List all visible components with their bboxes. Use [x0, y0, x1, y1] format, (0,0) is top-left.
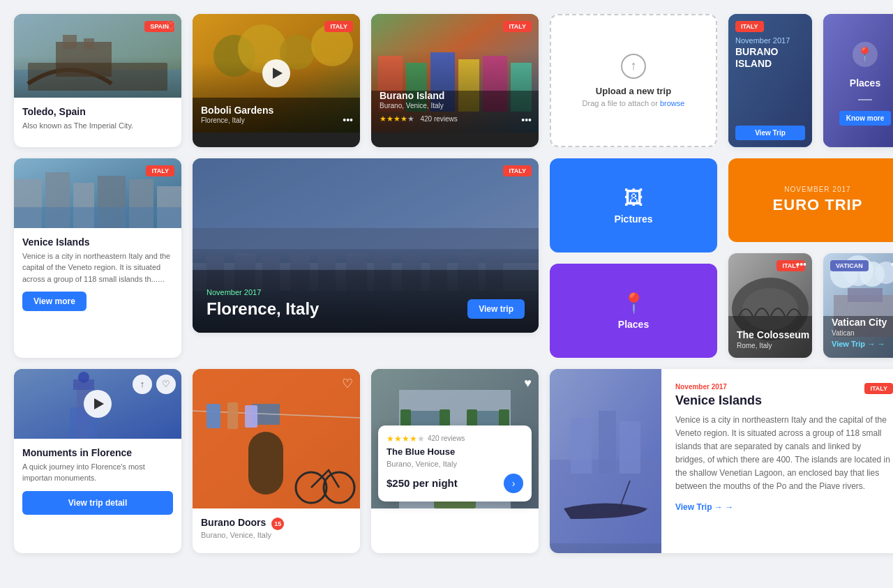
eurotrip-title: EURO TRIP	[773, 196, 863, 214]
card-pictures[interactable]: 🖼 Pictures	[550, 158, 717, 252]
venice-detail-title: Venice Islands	[675, 393, 762, 408]
svg-rect-56	[848, 288, 883, 302]
venice-detail-view-trip-link[interactable]: View Trip →	[675, 502, 733, 512]
toledo-image: SPAIN	[14, 14, 181, 98]
svg-rect-88	[620, 421, 640, 474]
upload-icon: ↑	[621, 54, 646, 79]
monuments-heart-icon[interactable]: ♡	[156, 375, 176, 394]
svg-rect-1	[14, 70, 181, 98]
monuments-icons-row: ↑ ♡	[133, 375, 176, 394]
venice-title: Venice Islands	[22, 236, 173, 248]
venice-view-more-btn[interactable]: View more	[22, 292, 87, 311]
places-icon: 📍	[622, 292, 646, 315]
monuments-body: Monuments in Florence A quick journey in…	[14, 439, 181, 523]
burano-reviews: 420 reviews	[420, 115, 457, 123]
vatican-location: Vatican	[832, 329, 887, 337]
places-know-more-btn[interactable]: Know more	[839, 111, 891, 126]
boboli-play-button[interactable]	[262, 59, 290, 87]
svg-rect-36	[290, 255, 310, 291]
burano-doors-location: Burano, Venice, Italy	[201, 531, 352, 539]
blue-house-heart-icon[interactable]: ♥	[524, 376, 532, 391]
toledo-desc: Also known as The Imperial City.	[22, 120, 173, 132]
svg-rect-41	[430, 256, 447, 291]
card-eurotrip: NOVEMBER 2017 EURO TRIP	[728, 158, 893, 242]
svg-point-6	[213, 35, 255, 77]
venice-detail-header: November 2017 Venice Islands ITALY	[675, 383, 893, 408]
venice-detail-text: November 2017 Venice Islands	[675, 383, 762, 408]
monuments-share-icon[interactable]: ↑	[133, 375, 152, 394]
toledo-heart-icon[interactable]: ♡	[166, 20, 176, 33]
burano-doors-image: ♡	[193, 369, 360, 508]
card-boboli: ITALY Boboli Gardens Florence, Italy •••	[193, 14, 360, 147]
monuments-play-button[interactable]	[84, 390, 112, 418]
svg-rect-15	[458, 59, 479, 112]
venice-body: Venice Islands Venice is a city in north…	[14, 228, 181, 320]
card-places[interactable]: 📍 Places	[550, 264, 717, 358]
card-monuments: ↑ ♡ Monuments in Florence A quick journe…	[14, 369, 181, 553]
florence-badge: ITALY	[503, 165, 532, 176]
card-burano-small: ITALY November 2017 BURANO ISLAND View T…	[728, 14, 812, 147]
burano-small-view-btn[interactable]: View Trip	[735, 126, 805, 140]
burano-location: Burano, Venice, Italy	[380, 102, 458, 110]
burano-overlay: Burano Island Burano, Venice, Italy ★★★★…	[380, 89, 458, 124]
burano-doors-heart-icon[interactable]: ♡	[342, 376, 353, 391]
svg-rect-39	[374, 256, 391, 291]
card-vatican: VATICAN ••• Vatican City Vatican View Tr…	[823, 253, 893, 358]
upload-card[interactable]: ↑ Upload a new trip Drag a file to attac…	[550, 14, 717, 147]
burano-doors-title: Burano Doors	[201, 517, 266, 528]
monuments-image: ↑ ♡	[14, 369, 181, 439]
boboli-title: Boboli Gardens	[201, 104, 273, 116]
boboli-location: Florence, Italy	[201, 116, 273, 124]
colosseum-location: Rome, Italy	[737, 342, 809, 349]
svg-rect-32	[193, 263, 539, 291]
upload-title: Upload a new trip	[596, 86, 671, 96]
svg-rect-69	[227, 402, 238, 429]
burano-menu-dots[interactable]: •••	[521, 114, 532, 126]
popup-arrow-btn[interactable]: ›	[504, 474, 523, 493]
popup-star-empty: ★	[417, 434, 425, 444]
colosseum-menu-dots[interactable]: •••	[796, 259, 806, 270]
boboli-badge: ITALY	[324, 21, 353, 32]
svg-rect-17	[511, 63, 532, 112]
venice-detail-date: November 2017	[675, 383, 762, 391]
colosseum-title: The Colosseum	[737, 329, 809, 341]
florence-view-trip-btn[interactable]: View trip	[467, 299, 525, 319]
blue-house-popup: ★★★★★ 420 reviews The Blue House Burano,…	[378, 425, 532, 502]
boboli-overlay: Boboli Gardens Florence, Italy	[201, 104, 273, 124]
colosseum-vatican-row: ITALY ••• The Colosseum Rome, Italy	[728, 253, 893, 358]
burano-title: Burano Island	[380, 89, 458, 102]
svg-rect-34	[234, 252, 255, 291]
florence-date: November 2017	[207, 288, 319, 296]
popup-title: The Blue House	[387, 446, 523, 457]
popup-reviews: 420 reviews	[428, 435, 465, 442]
places-small-content: 📍 Places Know more	[839, 21, 891, 140]
card-toledo: SPAIN Toledo, Spain Also known as The Im…	[14, 14, 181, 147]
popup-stars-row: ★★★★★ 420 reviews	[387, 434, 523, 444]
vatican-overlay: Vatican City Vatican View Trip →	[832, 316, 887, 349]
places-small-title: Places	[850, 77, 880, 89]
pictures-label: Pictures	[614, 213, 652, 225]
burano-small-date: November 2017	[735, 36, 805, 45]
svg-rect-33	[207, 256, 224, 291]
svg-rect-4	[84, 38, 94, 49]
svg-rect-35	[262, 256, 280, 291]
monuments-view-trip-btn[interactable]: View trip detail	[22, 491, 173, 515]
card-places-small: 📍 Places Know more	[823, 14, 893, 147]
svg-rect-42	[458, 252, 479, 291]
card-burano-island: ITALY Burano Island Burano, Venice, Ital…	[371, 14, 539, 147]
col56-row2: NOVEMBER 2017 EURO TRIP	[728, 158, 893, 358]
card-venice-islands: ITALY Venice Islands Venice is a city in…	[14, 158, 181, 358]
svg-rect-40	[402, 255, 421, 291]
monuments-desc: A quick journey into Florence's most imp…	[22, 461, 173, 484]
boboli-menu-dots[interactable]: •••	[343, 114, 353, 126]
card-blue-house: 209 ♥ ★★★★★ 420 reviews The Blue House B…	[371, 369, 539, 553]
card-florence: ITALY November 2017 Florence, Italy View…	[193, 158, 539, 333]
burano-small-badge: ITALY	[735, 21, 764, 32]
venice-detail-body: November 2017 Venice Islands ITALY Venic…	[661, 369, 893, 553]
svg-rect-43	[486, 256, 503, 291]
burano-badge: ITALY	[503, 21, 532, 32]
vatican-view-trip-link[interactable]: View Trip →	[832, 340, 885, 348]
upload-browse-link[interactable]: browse	[660, 99, 684, 107]
blue-house-image: 209 ♥ ★★★★★ 420 reviews The Blue House B…	[371, 369, 539, 508]
vatican-title: Vatican City	[832, 316, 887, 329]
